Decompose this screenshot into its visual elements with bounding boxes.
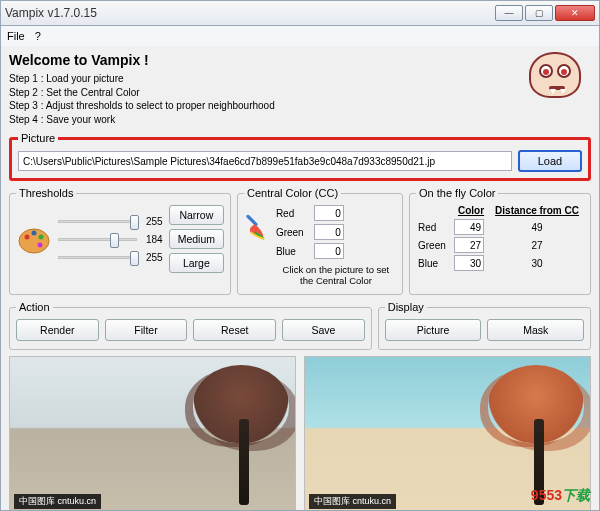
- menu-file[interactable]: File: [7, 30, 25, 42]
- picture-group: Picture Load: [9, 132, 591, 181]
- maximize-button[interactable]: ▢: [525, 5, 553, 21]
- fly-col-dist: Distance from CC: [490, 205, 584, 218]
- narrow-button[interactable]: Narrow: [169, 205, 224, 225]
- watermark-right: 中国图库 cntuku.cn: [309, 494, 396, 509]
- fly-red-value: [454, 219, 484, 235]
- svg-point-1: [25, 235, 30, 240]
- picture-legend: Picture: [18, 132, 58, 144]
- action-group: Action Render Filter Reset Save: [9, 301, 372, 350]
- fly-color-group: On the fly Color ColorDistance from CC R…: [409, 187, 591, 295]
- central-color-legend: Central Color (CC): [244, 187, 341, 199]
- fly-blue-value: [454, 255, 484, 271]
- medium-button[interactable]: Medium: [169, 229, 224, 249]
- watermark-left: 中国图库 cntuku.cn: [14, 494, 101, 509]
- save-button[interactable]: Save: [282, 319, 365, 341]
- client-area: Welcome to Vampix ! Step 1 : Load your p…: [0, 46, 600, 511]
- fly-blue-dist: 30: [490, 254, 584, 272]
- large-button[interactable]: Large: [169, 253, 224, 273]
- threshold-value-2: 184: [141, 234, 163, 245]
- display-picture-button[interactable]: Picture: [385, 319, 482, 341]
- render-button[interactable]: Render: [16, 319, 99, 341]
- cc-green-value[interactable]: [314, 224, 344, 240]
- display-mask-button[interactable]: Mask: [487, 319, 584, 341]
- fly-blue-label: Blue: [416, 254, 452, 272]
- close-button[interactable]: ✕: [555, 5, 595, 21]
- cc-hint: Click on the picture to set the Central …: [276, 264, 396, 286]
- threshold-slider-3[interactable]: [58, 256, 137, 259]
- display-group: Display Picture Mask: [378, 301, 591, 350]
- fly-color-legend: On the fly Color: [416, 187, 498, 199]
- cc-blue-value[interactable]: [314, 243, 344, 259]
- menu-help[interactable]: ?: [35, 30, 41, 42]
- cc-green-label: Green: [276, 227, 308, 238]
- threshold-value-1: 255: [141, 216, 163, 227]
- preview-left[interactable]: 中国图库 cntuku.cn: [9, 356, 296, 511]
- fly-red-dist: 49: [490, 218, 584, 236]
- fly-red-label: Red: [416, 218, 452, 236]
- menubar: File ?: [0, 26, 600, 46]
- thresholds-legend: Thresholds: [16, 187, 76, 199]
- titlebar: Vampix v1.7.0.15 — ▢ ✕: [0, 0, 600, 26]
- load-button[interactable]: Load: [518, 150, 582, 172]
- svg-point-3: [39, 235, 44, 240]
- step-line: Step 4 : Save your work: [9, 113, 591, 127]
- thresholds-group: Thresholds 255 184 255 Narrow Medium Lar…: [9, 187, 231, 295]
- welcome-steps: Step 1 : Load your picture Step 2 : Set …: [9, 72, 591, 126]
- picture-path-input[interactable]: [18, 151, 512, 171]
- action-legend: Action: [16, 301, 53, 313]
- palette-icon: [16, 221, 52, 257]
- reset-button[interactable]: Reset: [193, 319, 276, 341]
- step-line: Step 2 : Set the Central Color: [9, 86, 591, 100]
- fly-green-label: Green: [416, 236, 452, 254]
- welcome-heading: Welcome to Vampix !: [9, 52, 591, 68]
- central-color-group: Central Color (CC) Red Green Blue Click …: [237, 187, 403, 295]
- filter-button[interactable]: Filter: [105, 319, 188, 341]
- paintbrush-icon: [244, 205, 268, 249]
- fly-col-color: Color: [452, 205, 490, 218]
- step-line: Step 1 : Load your picture: [9, 72, 591, 86]
- minimize-button[interactable]: —: [495, 5, 523, 21]
- svg-point-2: [32, 231, 37, 236]
- window-title: Vampix v1.7.0.15: [5, 6, 97, 20]
- site-brand: 9553下载: [531, 487, 590, 505]
- threshold-slider-1[interactable]: [58, 220, 137, 223]
- cc-blue-label: Blue: [276, 246, 308, 257]
- cc-red-value[interactable]: [314, 205, 344, 221]
- display-legend: Display: [385, 301, 427, 313]
- threshold-slider-2[interactable]: [58, 238, 137, 241]
- cc-red-label: Red: [276, 208, 308, 219]
- vampire-mascot-icon: [529, 52, 583, 106]
- threshold-value-3: 255: [141, 252, 163, 263]
- fly-green-value: [454, 237, 484, 253]
- fly-green-dist: 27: [490, 236, 584, 254]
- step-line: Step 3 : Adjust thresholds to select to …: [9, 99, 591, 113]
- svg-point-4: [38, 243, 43, 248]
